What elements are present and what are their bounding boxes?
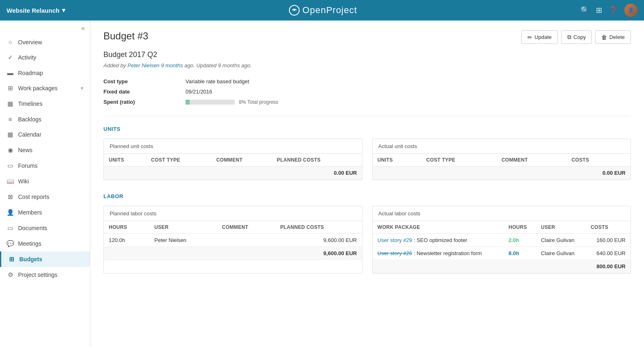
col-cost-type: COST TYPE <box>422 154 497 167</box>
col-planned-costs: PLANNED COSTS <box>275 221 362 234</box>
sidebar-item-label: Members <box>18 209 42 216</box>
sidebar-item-label: Project settings <box>18 272 57 278</box>
update-button[interactable]: ✏ Update <box>521 30 558 44</box>
labor-user: Peter Nielsen <box>149 234 217 247</box>
actual-labor-total: 800.00 EUR <box>586 260 630 273</box>
sidebar-item-activity[interactable]: ✓ Activity <box>0 50 90 65</box>
sidebar-item-label: Overview <box>18 39 42 46</box>
sidebar-item-backlogs[interactable]: ≡ Backlogs <box>0 112 90 127</box>
sidebar-item-calendar[interactable]: ▦ Calendar <box>0 127 90 142</box>
help-icon[interactable]: ❓ <box>609 6 618 15</box>
col-work-package: WORK PACKAGE <box>373 221 504 234</box>
project-chevron-icon: ▾ <box>62 7 65 14</box>
meta-added-by: Added by <box>103 62 128 68</box>
sidebar-item-label: Work packages <box>18 85 57 91</box>
sidebar-item-work-packages[interactable]: ⊞ Work packages ▾ <box>0 80 90 96</box>
fixed-date-label: Fixed date <box>103 89 186 95</box>
chevron-down-icon: ▾ <box>81 85 83 91</box>
col-comment: COMMENT <box>497 154 567 167</box>
planned-unit-costs-title: Planned unit costs <box>104 139 362 154</box>
actual-unit-total: 0.00 EUR <box>566 167 630 180</box>
sidebar-item-label: Meetings <box>18 240 41 247</box>
sidebar-item-label: Documents <box>18 225 47 231</box>
work-package-link-29[interactable]: User story #29 <box>378 237 413 243</box>
news-icon: ◉ <box>7 146 14 154</box>
labor-comment <box>217 234 275 247</box>
actual-labor-costs-table: WORK PACKAGE HOURS USER COSTS User story… <box>373 221 631 273</box>
sidebar-item-budgets[interactable]: ⊞ Budgets <box>0 251 90 267</box>
members-icon: 👤 <box>7 209 14 216</box>
topnav-actions: 🔍 ⊞ ❓ 👤 <box>580 4 637 17</box>
cost-type-row: Cost type Variable rate based budget <box>103 78 631 84</box>
actual-hours-2: 8.0h <box>504 247 536 260</box>
edit-icon: ✏ <box>527 34 532 41</box>
sidebar-item-meetings[interactable]: 💬 Meetings <box>0 236 90 251</box>
col-units: UNITS <box>373 154 422 167</box>
sidebar-item-label: Roadmap <box>18 70 43 76</box>
delete-button[interactable]: 🗑 Delete <box>595 30 631 44</box>
budget-name: Budget 2017 Q2 <box>103 50 631 59</box>
sidebar-item-forums[interactable]: ▭ Forums <box>0 158 90 174</box>
sidebar-item-news[interactable]: ◉ News <box>0 142 90 158</box>
col-comment: COMMENT <box>217 221 275 234</box>
total-spacer <box>104 247 275 260</box>
meta-updated: ago. Updated 9 months ago. <box>184 62 252 68</box>
backlogs-icon: ≡ <box>7 116 14 123</box>
labor-hours: 120.0h <box>104 234 149 247</box>
spent-ratio-label: Spent (ratio) <box>103 99 186 105</box>
sidebar-item-label: Wiki <box>18 178 29 185</box>
topnav-logo: OpenProject <box>65 5 580 16</box>
actual-hours-1: 2.0h <box>504 234 536 247</box>
project-name: Website Relaunch <box>7 7 60 14</box>
sidebar-item-timelines[interactable]: ▦ Timelines <box>0 96 90 112</box>
user-avatar[interactable]: 👤 <box>624 4 637 17</box>
total-spacer <box>104 167 272 180</box>
col-comment: COMMENT <box>211 154 272 167</box>
spent-ratio-row: Spent (ratio) 8% Total progress <box>103 99 631 105</box>
roadmap-icon: ▬ <box>7 69 14 76</box>
meetings-icon: 💬 <box>7 240 14 247</box>
actual-user-2: Claire Gulivan <box>536 247 586 260</box>
page-meta: Added by Peter Nielsen 9 months ago. Upd… <box>103 62 631 68</box>
sidebar-item-label: Cost reports <box>18 194 49 200</box>
sidebar-item-roadmap[interactable]: ▬ Roadmap <box>0 65 90 80</box>
project-settings-icon: ⚙ <box>7 271 14 279</box>
work-package-suffix-26: : Newsletter registration form <box>414 250 482 256</box>
actual-unit-costs-panel: Actual unit costs UNITS COST TYPE COMMEN… <box>372 139 631 180</box>
meta-author-link[interactable]: Peter Nielsen 9 months <box>128 62 183 68</box>
sidebar: « ○ Overview ✓ Activity ▬ Roadmap ⊞ Work… <box>0 21 90 347</box>
action-buttons: ✏ Update ⧉ Copy 🗑 Delete <box>521 30 631 44</box>
sidebar-item-documents[interactable]: ▭ Documents <box>0 220 90 236</box>
copy-button[interactable]: ⧉ Copy <box>561 30 592 44</box>
sidebar-item-members[interactable]: 👤 Members <box>0 205 90 220</box>
search-icon[interactable]: 🔍 <box>580 6 589 15</box>
work-package-link-26[interactable]: User story #26 <box>378 250 413 256</box>
sidebar-item-overview[interactable]: ○ Overview <box>0 34 90 50</box>
units-section-header: UNITS <box>103 126 631 132</box>
sidebar-collapse-button[interactable]: « <box>0 21 90 34</box>
total-spacer <box>373 260 586 273</box>
sidebar-item-label: Calendar <box>18 131 41 138</box>
project-selector[interactable]: Website Relaunch ▾ <box>7 7 65 14</box>
work-package-suffix-29: : SEO optimized footer <box>414 237 468 243</box>
planned-unit-total: 0.00 EUR <box>272 167 362 180</box>
forums-icon: ▭ <box>7 162 14 169</box>
overview-icon: ○ <box>7 39 14 46</box>
sidebar-item-project-settings[interactable]: ⚙ Project settings <box>0 267 90 283</box>
grid-icon[interactable]: ⊞ <box>596 6 602 15</box>
sidebar-item-wiki[interactable]: 📖 Wiki <box>0 174 90 189</box>
wiki-icon: 📖 <box>7 178 14 185</box>
col-planned-costs: PLANNED COSTS <box>272 154 362 167</box>
actual-labor-costs-panel: Actual labor costs WORK PACKAGE HOURS US… <box>372 206 631 274</box>
sidebar-item-label: Forums <box>18 162 37 169</box>
progress-label: 8% Total progress <box>239 99 278 105</box>
planned-labor-costs-table: HOURS USER COMMENT PLANNED COSTS 120.0h … <box>104 221 362 260</box>
collapse-icon: « <box>81 25 85 32</box>
planned-labor-total-row: 9,600.00 EUR <box>104 247 362 260</box>
svg-point-1 <box>293 9 295 11</box>
sidebar-item-cost-reports[interactable]: ⊠ Cost reports <box>0 189 90 205</box>
actual-unit-costs-title: Actual unit costs <box>373 139 631 154</box>
timelines-icon: ▦ <box>7 100 14 107</box>
main-content: Budget #3 ✏ Update ⧉ Copy 🗑 Delete Budge… <box>90 21 644 347</box>
planned-unit-total-row: 0.00 EUR <box>104 167 362 180</box>
